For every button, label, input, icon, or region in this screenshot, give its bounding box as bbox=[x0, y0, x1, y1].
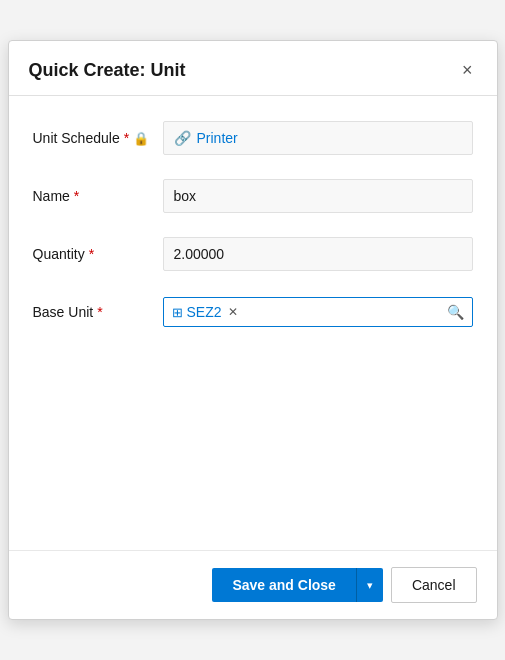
required-indicator: * bbox=[124, 130, 129, 146]
base-unit-tag-icon: ⊞ bbox=[172, 305, 183, 320]
name-field[interactable] bbox=[163, 179, 473, 213]
save-button-group: Save and Close ▾ bbox=[212, 568, 383, 602]
dialog-body: Unit Schedule * 🔒 🔗 Printer Name * bbox=[9, 96, 497, 550]
base-unit-row: Base Unit * ⊞ SEZ2 ✕ 🔍 bbox=[33, 290, 473, 334]
lock-icon: 🔒 bbox=[133, 131, 149, 146]
name-label: Name * bbox=[33, 188, 163, 204]
base-unit-remove-button[interactable]: ✕ bbox=[228, 305, 238, 319]
unit-schedule-link[interactable]: Printer bbox=[197, 130, 238, 146]
base-unit-field: ⊞ SEZ2 ✕ 🔍 bbox=[163, 297, 473, 327]
dialog-footer: Save and Close ▾ Cancel bbox=[9, 550, 497, 619]
quantity-label: Quantity * bbox=[33, 246, 163, 262]
close-button[interactable]: × bbox=[458, 59, 477, 81]
required-indicator: * bbox=[89, 246, 94, 262]
quick-create-dialog: Quick Create: Unit × Unit Schedule * 🔒 🔗… bbox=[8, 40, 498, 620]
unit-schedule-row: Unit Schedule * 🔒 🔗 Printer bbox=[33, 116, 473, 160]
unit-schedule-link-container: 🔗 Printer bbox=[163, 121, 473, 155]
unit-schedule-link-icon: 🔗 bbox=[174, 130, 191, 146]
required-indicator: * bbox=[97, 304, 102, 320]
save-and-close-button[interactable]: Save and Close bbox=[212, 568, 356, 602]
unit-schedule-label: Unit Schedule * 🔒 bbox=[33, 130, 163, 146]
quantity-input[interactable] bbox=[163, 237, 473, 271]
base-unit-tag: ⊞ SEZ2 ✕ bbox=[172, 304, 238, 320]
cancel-button[interactable]: Cancel bbox=[391, 567, 477, 603]
quantity-field[interactable] bbox=[163, 237, 473, 271]
lookup-search-icon[interactable]: 🔍 bbox=[447, 304, 464, 320]
base-unit-tag-text[interactable]: SEZ2 bbox=[187, 304, 222, 320]
unit-schedule-field: 🔗 Printer bbox=[163, 121, 473, 155]
dialog-title: Quick Create: Unit bbox=[29, 60, 186, 81]
base-unit-lookup[interactable]: ⊞ SEZ2 ✕ 🔍 bbox=[163, 297, 473, 327]
required-indicator: * bbox=[74, 188, 79, 204]
dialog-header: Quick Create: Unit × bbox=[9, 41, 497, 96]
save-dropdown-button[interactable]: ▾ bbox=[356, 568, 383, 602]
quantity-row: Quantity * bbox=[33, 232, 473, 276]
name-row: Name * bbox=[33, 174, 473, 218]
base-unit-label: Base Unit * bbox=[33, 304, 163, 320]
name-input[interactable] bbox=[163, 179, 473, 213]
